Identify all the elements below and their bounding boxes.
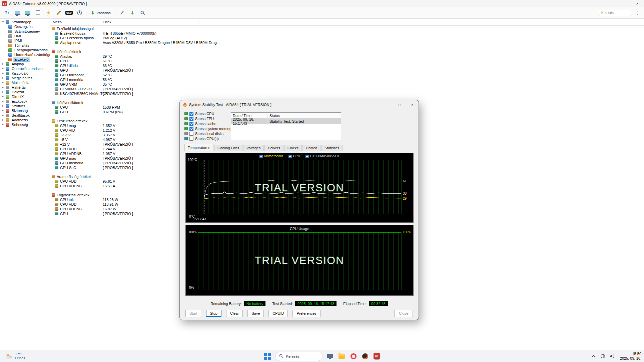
legend-checkbox-icon[interactable] [288, 155, 292, 158]
tree-item[interactable]: ▸ Alaplap [0, 62, 50, 66]
display-icon[interactable] [24, 9, 31, 17]
tree-expand-icon[interactable]: ▸ [1, 119, 5, 121]
log-header-status[interactable]: Status [268, 114, 341, 118]
log-row[interactable]: 2025. 09. 16. 15:17:43 Stability Test: S… [231, 119, 341, 124]
lightning-icon[interactable] [45, 9, 52, 17]
osd-icon[interactable]: OSD [65, 9, 73, 17]
tab[interactable]: Temperatures [184, 144, 213, 151]
aida64-taskbar-icon[interactable]: 64 [373, 352, 381, 360]
dialog-maximize-button[interactable]: □ [393, 100, 406, 109]
tab[interactable]: Cooling Fans [214, 145, 242, 151]
tree-expand-icon[interactable]: ▸ [1, 91, 5, 93]
wand-icon[interactable] [118, 9, 126, 17]
tree-expand-icon[interactable]: ▸ [1, 86, 5, 89]
tree-expand-icon[interactable]: ▾ [1, 21, 5, 23]
report-icon[interactable] [34, 9, 42, 17]
tree-item[interactable]: Hordozható számítógép [0, 52, 50, 57]
computer-icon[interactable] [14, 9, 21, 17]
tree-expand-icon[interactable]: ▸ [1, 100, 5, 103]
tree-item[interactable]: DMI [0, 34, 50, 38]
tree-expand-icon[interactable]: ▸ [1, 123, 5, 126]
legend-checkbox-icon[interactable] [305, 155, 309, 158]
tab[interactable]: Unified [302, 145, 320, 151]
sensor-row[interactable]: GPU forrópont 52 °C [50, 73, 644, 77]
tree-expand-icon[interactable]: ▸ [1, 114, 5, 117]
stress-checkbox[interactable]: Stress CPU [184, 112, 232, 115]
dark-browser-icon[interactable] [361, 352, 369, 360]
sensor-row[interactable]: GPU [ PRÓBAVERZIÓ ] [50, 68, 644, 73]
tree-expand-icon[interactable]: ▸ [1, 81, 5, 84]
sensor-row[interactable]: Alaplap 29 °C [50, 54, 644, 59]
update-icon[interactable] [129, 9, 136, 17]
column-separator[interactable] [198, 20, 198, 24]
stress-checkbox[interactable]: Stress GPU(s) [184, 137, 232, 140]
tree-item[interactable]: ▸ Multimédia [0, 80, 50, 85]
tree-item[interactable]: ▸ Biztonság [0, 108, 50, 113]
sensor-row[interactable]: GPU VRM 35 °C [50, 82, 644, 87]
dialog-button[interactable]: Start [185, 310, 201, 317]
tree-item[interactable]: ▸ DirectX [0, 94, 50, 99]
checkbox-icon[interactable] [189, 117, 193, 121]
tree-item[interactable]: ▸ Adatbázis [0, 118, 50, 122]
tree-item[interactable]: ▸ Kiszolgáló [0, 71, 50, 76]
buy-button[interactable]: Vásárlás [89, 10, 112, 16]
sensor-row[interactable]: KBG40ZNS256G NVMe TOS... [ PRÓBAVERZIÓ ] [50, 91, 644, 96]
tab[interactable]: Voltages [243, 145, 264, 151]
desktop-app-icon[interactable] [326, 352, 334, 360]
sensorpanel-clock-icon[interactable] [76, 9, 83, 17]
tree-expand-icon[interactable]: ▸ [1, 105, 5, 107]
tree-expand-icon[interactable]: ▸ [1, 67, 5, 70]
checkbox-icon[interactable] [189, 122, 193, 126]
weather-widget[interactable]: 17°C Felhős [3, 350, 27, 362]
dialog-button[interactable]: Clear [226, 310, 243, 317]
dialog-minimize-button[interactable]: – [381, 100, 393, 109]
tree-item[interactable]: Energiagazdálkodás [0, 48, 50, 52]
checkbox-icon[interactable] [189, 137, 193, 141]
tree-item[interactable]: ▸ Hálózat [0, 90, 50, 94]
opera-browser-icon[interactable] [350, 352, 358, 360]
tree-item[interactable]: ▸ Szoftver [0, 104, 50, 108]
tree-expand-icon[interactable]: ▸ [1, 63, 5, 65]
maximize-button[interactable]: □ [617, 0, 631, 7]
edit-icon[interactable] [55, 9, 62, 17]
start-button[interactable] [263, 352, 271, 360]
refresh-icon[interactable]: ↻ [3, 9, 11, 17]
sensor-row[interactable]: GPU memória 56 °C [50, 77, 644, 82]
tree-item[interactable]: ▸ Operációs rendszer [0, 66, 50, 71]
minimize-button[interactable]: – [604, 0, 617, 7]
tree-item[interactable]: ▸ Háttértár [0, 85, 50, 90]
tree-item[interactable]: Számítógépnév [0, 29, 50, 34]
stress-checkbox[interactable]: Stress local disks [184, 132, 232, 135]
tab[interactable]: Clocks [284, 145, 302, 151]
dialog-button[interactable]: CPUID [268, 310, 288, 317]
tree-item[interactable]: Érzékelő [0, 57, 50, 62]
legend-item[interactable]: CT500MX500SSD1 [305, 154, 340, 158]
sensor-row[interactable]: CPU dióda 66 °C [50, 63, 644, 68]
tree-item[interactable]: ▾ Számítógép [0, 20, 50, 24]
sensor-row[interactable]: Érzékelő típusa ITE IT8655E (MMIO F70000… [50, 31, 644, 36]
file-explorer-icon[interactable] [338, 352, 346, 360]
tree-item[interactable]: ▸ Megjelenítés [0, 76, 50, 80]
tree-expand-icon[interactable]: ▸ [1, 72, 5, 75]
tree-expand-icon[interactable]: ▸ [1, 109, 5, 112]
legend-checkbox-icon[interactable] [259, 155, 263, 158]
menu-kebab-icon[interactable]: ⋮ [634, 11, 641, 15]
column-header-field[interactable]: Mező [53, 20, 62, 24]
sensor-row[interactable]: Érzékelő tulajdonságai [50, 26, 644, 31]
tray-network-icon[interactable] [600, 353, 606, 359]
close-button[interactable]: × [631, 0, 644, 7]
tree-item[interactable]: Összegzés [0, 24, 50, 29]
sensor-row[interactable]: CPU 61 °C [50, 59, 644, 63]
tree-item[interactable]: ▸ Eszközök [0, 99, 50, 104]
tree-expand-icon[interactable]: ▸ [1, 95, 5, 98]
taskbar-search[interactable]: Keresés [275, 352, 323, 361]
close-dialog-button[interactable]: Close [394, 310, 413, 317]
tree-expand-icon[interactable]: ▸ [1, 77, 5, 79]
sensor-row[interactable]: GPU érzékelő típusa PMLog (ADL2) [50, 36, 644, 40]
legend-item[interactable]: CPU [288, 154, 300, 158]
tab[interactable]: Statistics [321, 145, 343, 151]
tray-volume-icon[interactable] [609, 353, 615, 359]
search-input[interactable] [599, 10, 631, 16]
dialog-button[interactable]: Preferences [292, 310, 320, 317]
column-separator[interactable] [101, 20, 101, 24]
